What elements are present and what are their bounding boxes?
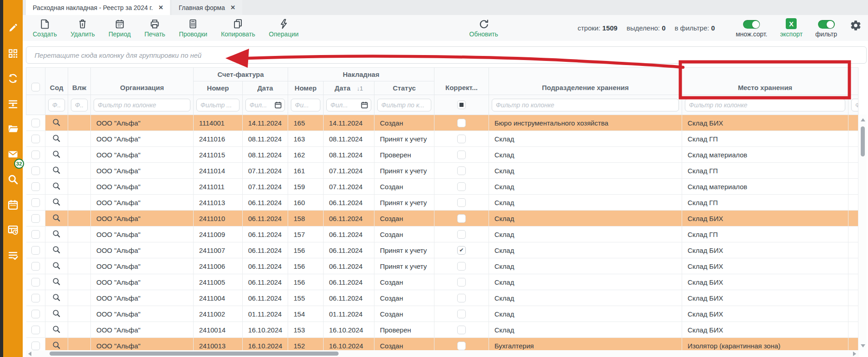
sidebar-item-print-queue[interactable] [3, 91, 23, 117]
scroll-up-icon[interactable] [861, 118, 865, 121]
period-button[interactable]: Период [109, 18, 131, 38]
select-all-checkbox[interactable] [31, 83, 40, 91]
korr-checkbox[interactable] [457, 198, 466, 207]
group-drop-zone[interactable]: Перетащите сюда колонку для группировки … [26, 46, 867, 64]
column-header-nk-number[interactable]: Номер [288, 81, 324, 95]
toggle-on-icon[interactable] [743, 20, 760, 29]
table-row[interactable]: ООО "Альфа" 2411007 06.11.2024 156 06.11… [26, 242, 858, 258]
operations-button[interactable]: Операции [269, 18, 299, 38]
korr-checkbox[interactable] [457, 214, 466, 223]
toggle-on-icon[interactable] [818, 20, 835, 29]
postings-button[interactable]: Проводки [179, 18, 208, 38]
sf-number-filter-input[interactable] [196, 99, 239, 111]
magnifier-icon[interactable] [52, 181, 62, 191]
row-checkbox[interactable] [31, 230, 40, 239]
row-checkbox[interactable] [31, 214, 40, 223]
vertical-scrollbar[interactable] [859, 115, 867, 350]
refresh-button[interactable]: Обновить [469, 18, 498, 38]
korr-checkbox[interactable]: ✔ [457, 246, 466, 255]
filter-toggle[interactable]: фильтр [815, 20, 837, 38]
delete-button[interactable]: Удалить [70, 18, 95, 38]
row-checkbox[interactable] [31, 166, 40, 175]
table-row[interactable]: ООО "Альфа" 2411015 08.11.2024 162 08.11… [26, 147, 858, 163]
scroll-right-icon[interactable] [853, 352, 856, 356]
table-row[interactable]: ООО "Альфа" 2411016 08.11.2024 163 08.11… [26, 131, 858, 147]
vertical-scroll-thumb[interactable] [861, 126, 865, 156]
extra-filter-input[interactable] [851, 99, 858, 111]
column-header-sf-date[interactable]: Дата [243, 81, 288, 95]
row-checkbox[interactable] [31, 151, 40, 159]
korr-checkbox[interactable] [457, 166, 466, 175]
table-row[interactable]: ООО "Альфа" 1114001 14.11.2024 165 14.11… [26, 115, 858, 131]
magnifier-icon[interactable] [52, 213, 62, 223]
column-header-nk-date[interactable]: Дата↓1 [324, 81, 374, 95]
sod-filter-input[interactable] [48, 99, 65, 111]
status-filter-input[interactable] [377, 99, 431, 111]
korr-filter-checkbox[interactable] [457, 101, 466, 109]
magnifier-icon[interactable] [52, 197, 62, 207]
table-row[interactable]: ООО "Альфа" 2411004 06.11.2024 155 06.11… [26, 290, 858, 306]
close-icon[interactable]: ✕ [158, 4, 163, 11]
mesto-filter-input[interactable] [685, 99, 845, 111]
settings-button[interactable] [850, 20, 862, 33]
tab-registry-2024[interactable]: Расходная накладная - Реестр за 2024 г. … [26, 0, 170, 15]
sidebar-item-sync[interactable] [3, 66, 23, 91]
column-header-sod[interactable]: Сод [45, 68, 68, 95]
close-icon[interactable]: ✕ [230, 4, 235, 11]
korr-checkbox[interactable] [457, 135, 466, 143]
sidebar-item-calendar[interactable] [3, 192, 23, 218]
scroll-left-icon[interactable] [28, 352, 31, 356]
column-header-korr[interactable]: Коррект... [434, 68, 489, 95]
table-row[interactable]: ООО "Альфа" 2411010 06.11.2024 158 06.11… [26, 211, 858, 226]
table-row[interactable]: ООО "Альфа" 2411005 06.11.2024 156 06.11… [26, 274, 858, 290]
sidebar-item-tasks[interactable] [3, 243, 23, 268]
magnifier-icon[interactable] [52, 134, 62, 144]
magnifier-icon[interactable] [52, 229, 62, 239]
table-row[interactable]: ООО "Альфа" 2411002 01.11.2024 154 01.11… [26, 306, 858, 322]
table-row[interactable]: ООО "Альфа" 2411011 07.11.2024 159 07.11… [26, 179, 858, 195]
korr-checkbox[interactable] [457, 230, 466, 239]
row-checkbox[interactable] [31, 182, 40, 191]
nk-date-filter-input[interactable] [326, 99, 371, 111]
sidebar-item-reports[interactable] [3, 217, 23, 243]
sidebar-item-documents[interactable] [3, 116, 23, 142]
horizontal-scrollbar[interactable] [26, 350, 859, 357]
column-header-org[interactable]: Организация [91, 68, 194, 95]
create-button[interactable]: Создать [33, 18, 57, 38]
magnifier-icon[interactable] [52, 245, 62, 255]
table-row[interactable]: ООО "Альфа" 2411013 06.11.2024 160 06.11… [26, 195, 858, 211]
row-checkbox[interactable] [31, 135, 40, 143]
korr-checkbox[interactable] [457, 294, 466, 302]
magnifier-icon[interactable] [52, 261, 62, 271]
column-header-sf-number[interactable]: Номер [194, 81, 243, 95]
korr-checkbox[interactable] [457, 342, 466, 350]
multisort-toggle[interactable]: множ.сорт. [736, 20, 767, 38]
korr-checkbox[interactable] [457, 182, 466, 191]
table-row[interactable]: ООО "Альфа" 2411006 06.11.2024 156 06.11… [26, 258, 858, 274]
magnifier-icon[interactable] [52, 341, 62, 351]
row-checkbox[interactable] [31, 278, 40, 287]
magnifier-icon[interactable] [52, 277, 62, 287]
horizontal-scroll-thumb[interactable] [50, 352, 339, 356]
sidebar-item-search[interactable] [3, 167, 23, 192]
nk-number-filter-input[interactable] [291, 99, 320, 111]
row-checkbox[interactable] [31, 310, 40, 318]
magnifier-icon[interactable] [52, 309, 62, 319]
magnifier-icon[interactable] [52, 118, 62, 128]
magnifier-icon[interactable] [52, 325, 62, 335]
korr-checkbox[interactable] [457, 278, 466, 287]
korr-checkbox[interactable] [457, 310, 466, 318]
row-checkbox[interactable] [31, 326, 40, 334]
export-excel-button[interactable]: X экспорт [780, 18, 803, 38]
column-header-vlzh[interactable]: Влж [68, 68, 91, 95]
sf-date-filter-input[interactable] [245, 99, 285, 111]
org-filter-input[interactable] [94, 99, 190, 111]
column-header-podr[interactable]: Подразделение хранения [489, 68, 682, 95]
row-checkbox[interactable] [31, 198, 40, 207]
table-row[interactable]: ООО "Альфа" 2410014 16.10.2024 153 16.10… [26, 322, 858, 338]
table-row[interactable]: ООО "Альфа" 2411014 07.11.2024 161 07.11… [26, 163, 858, 179]
sidebar-item-mail[interactable]: 32 [3, 142, 23, 167]
column-header-status[interactable]: Статус [374, 81, 434, 95]
podr-filter-input[interactable] [492, 99, 679, 111]
column-header-mesto[interactable]: Место хранения [682, 68, 848, 95]
